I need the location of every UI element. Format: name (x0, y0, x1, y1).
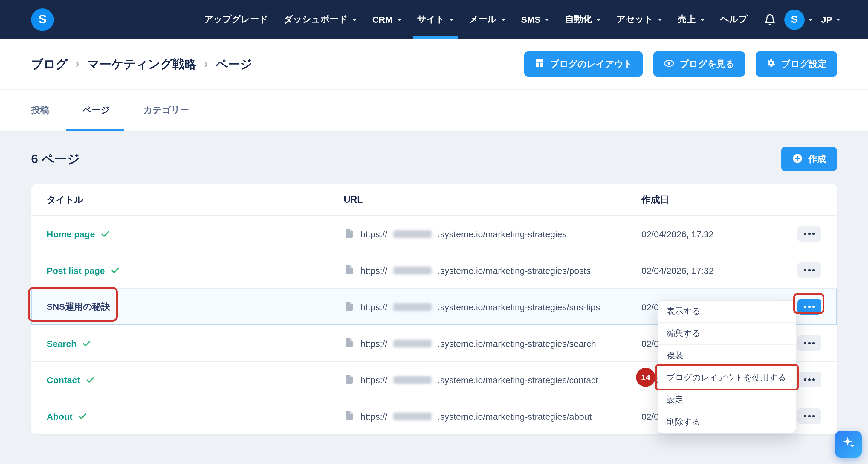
page-created-date: 02/04/2026, 17:32 (642, 229, 782, 239)
nav-crm[interactable]: CRM (366, 0, 408, 39)
nav-assets[interactable]: アセット (610, 0, 669, 39)
table-header-row: タイトル URL 作成日 (31, 184, 837, 215)
chevron-down-icon (352, 18, 356, 21)
account-menu[interactable]: S (784, 9, 813, 30)
ai-assistant-button[interactable] (835, 431, 862, 458)
chevron-down-icon (501, 18, 505, 21)
page-title-link[interactable]: Search (31, 338, 344, 348)
language-label: JP (821, 14, 832, 25)
menu-item-use-blog-layout[interactable]: ブログのレイアウトを使用する (658, 367, 796, 389)
breadcrumb-separator-icon: › (204, 57, 208, 70)
top-navbar: S アップグレード ダッシュボード CRM サイト メール SMS 自動化 アセ… (0, 0, 868, 39)
nav-site[interactable]: サイト (411, 0, 460, 39)
row-actions-kebab-button-active[interactable] (798, 299, 822, 314)
menu-item-delete[interactable]: 削除する (658, 411, 796, 433)
url-masked-segment (393, 412, 432, 420)
page-title-link[interactable]: Home page (31, 229, 344, 239)
view-blog-button-label: ブログを見る (680, 58, 735, 70)
chevron-down-icon (808, 18, 813, 21)
url-suffix: .systeme.io/marketing-strategies/sns-tip… (438, 302, 600, 312)
nav-automation[interactable]: 自動化 (558, 0, 607, 39)
nav-crm-label: CRM (372, 14, 393, 25)
blog-section-tabs: 投稿 ページ カテゴリー (0, 89, 868, 131)
url-suffix: .systeme.io/marketing-strategies (438, 229, 567, 239)
notifications-bell-icon[interactable] (764, 13, 776, 25)
page-title-link[interactable]: Post list page (31, 265, 344, 275)
header-actions: ブログのレイアウト ブログを見る ブログ設定 (524, 52, 837, 76)
url-suffix: .systeme.io/marketing-strategies/about (438, 411, 591, 421)
page-title-text: SNS運用の秘訣 (46, 301, 110, 312)
app-logo[interactable]: S (31, 8, 54, 31)
url-prefix: https:// (361, 375, 388, 385)
url-prefix: https:// (361, 338, 388, 348)
tab-pages[interactable]: ページ (83, 90, 110, 131)
nav-email-label: メール (469, 14, 496, 25)
page-created-date: 02/04/2026, 17:32 (642, 265, 782, 275)
page-title-text: Search (46, 338, 76, 348)
page-url: https://.systeme.io/marketing-strategies… (344, 301, 642, 313)
nav-upgrade[interactable]: アップグレード (197, 0, 275, 39)
menu-item-edit[interactable]: 編集する (658, 322, 796, 344)
create-page-button[interactable]: 作成 (781, 147, 837, 171)
nav-help[interactable]: ヘルプ (713, 0, 754, 39)
tab-categories[interactable]: カテゴリー (143, 90, 189, 131)
menu-item-settings[interactable]: 設定 (658, 389, 796, 411)
page-title-text: Home page (46, 229, 95, 239)
tab-posts[interactable]: 投稿 (31, 90, 49, 131)
nav-automation-label: 自動化 (565, 14, 592, 25)
page-title-link[interactable]: Contact (31, 375, 344, 385)
chevron-down-icon (700, 18, 705, 21)
column-header-created: 作成日 (642, 193, 782, 206)
chevron-down-icon (397, 18, 402, 21)
menu-item-duplicate[interactable]: 複製 (658, 344, 796, 367)
row-actions-kebab-button[interactable] (798, 372, 822, 388)
nav-email[interactable]: メール (463, 0, 512, 39)
breadcrumb-marketing-strategy[interactable]: マーケティング戦略 (87, 56, 196, 72)
url-prefix: https:// (361, 411, 388, 421)
nav-site-label: サイト (417, 14, 445, 25)
nav-dashboard-label: ダッシュボード (284, 14, 348, 25)
column-header-title: タイトル (31, 194, 344, 206)
chevron-down-icon (836, 18, 840, 21)
view-blog-button[interactable]: ブログを見る (653, 52, 745, 76)
row-actions-kebab-button[interactable] (798, 335, 822, 351)
page-title-link[interactable]: About (31, 411, 344, 421)
row-actions-kebab-button[interactable] (798, 226, 822, 242)
blog-settings-button-label: ブログ設定 (781, 58, 827, 70)
breadcrumb-blog[interactable]: ブログ (31, 56, 68, 72)
language-selector[interactable]: JP (821, 14, 840, 25)
nav-sms[interactable]: SMS (515, 0, 556, 39)
table-row: Home page https://.systeme.io/marketing-… (31, 215, 837, 252)
file-icon (344, 337, 354, 349)
layout-icon (534, 58, 545, 70)
page-title-text: Post list page (46, 265, 105, 275)
content-header: 6 ページ 作成 (31, 147, 837, 171)
chevron-down-icon (545, 18, 549, 21)
published-check-icon (100, 229, 110, 239)
file-icon (344, 373, 354, 386)
column-header-url: URL (344, 194, 642, 205)
url-prefix: https:// (361, 265, 388, 275)
page-title-link[interactable]: SNS運用の秘訣 (31, 301, 344, 312)
nav-dashboard[interactable]: ダッシュボード (277, 0, 363, 39)
blog-layout-button[interactable]: ブログのレイアウト (524, 52, 643, 76)
nav-sales[interactable]: 売上 (671, 0, 711, 39)
row-actions-kebab-button[interactable] (798, 408, 822, 424)
url-masked-segment (393, 267, 432, 274)
plus-circle-icon (792, 153, 803, 165)
published-check-icon (110, 266, 120, 275)
page-url: https://.systeme.io/marketing-strategies… (344, 410, 642, 423)
page-url: https://.systeme.io/marketing-strategies… (344, 373, 642, 386)
annotation-step-badge: 14 (636, 368, 655, 387)
url-masked-segment (393, 303, 432, 311)
menu-item-view[interactable]: 表示する (658, 301, 796, 322)
app-window: S アップグレード ダッシュボード CRM サイト メール SMS 自動化 アセ… (0, 0, 868, 464)
url-prefix: https:// (361, 302, 388, 312)
page-header: ブログ › マーケティング戦略 › ページ ブログのレイアウト ブログを見る ブ… (0, 39, 868, 89)
table-row: Post list page https://.systeme.io/marke… (31, 252, 837, 288)
row-actions-kebab-button[interactable] (798, 262, 822, 278)
tab-categories-label: カテゴリー (143, 105, 189, 116)
breadcrumb: ブログ › マーケティング戦略 › ページ (31, 56, 252, 72)
url-masked-segment (393, 339, 432, 347)
blog-settings-button[interactable]: ブログ設定 (755, 52, 837, 76)
